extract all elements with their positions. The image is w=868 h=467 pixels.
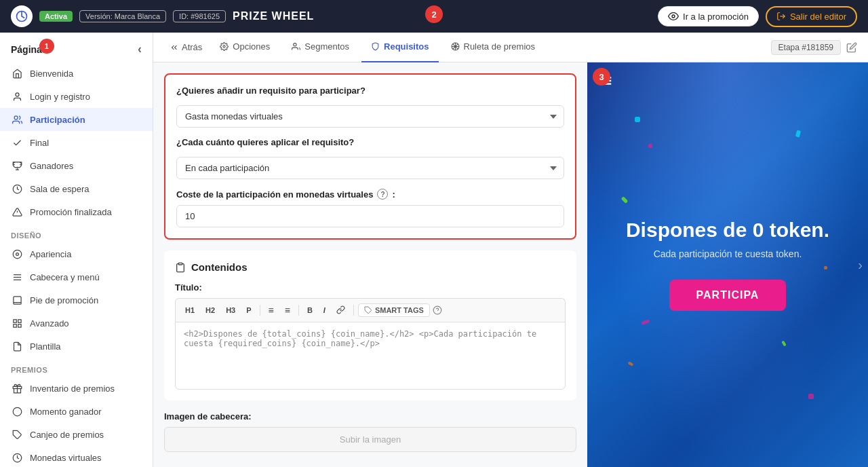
coste-label: Coste de la participación en monedas vir… [176,189,564,200]
sidebar-collapse-button[interactable]: ‹ [138,42,142,56]
req-select2[interactable]: En cada participación Solo una vez [176,157,564,179]
sidebar-label: Avanzado [30,318,69,329]
h1-button[interactable]: H1 [181,304,199,316]
right-panel: Atrás Opciones Segmentos Requisitos Rule… [153,33,868,467]
id-badge: ID: #981625 [173,10,226,22]
sidebar-section-premios: Premios [0,358,153,377]
req-question1: ¿Quieres añadir un requisito para partic… [176,86,564,96]
editor-content-area[interactable]: <h2>Dispones de {total_coins} {coin_name… [175,322,566,390]
sidebar-item-inventario[interactable]: Inventario de premios [0,377,153,400]
sidebar-item-avanzado[interactable]: Avanzado [0,312,153,335]
sidebar-item-cabecera[interactable]: Cabecera y menú [0,265,153,288]
users-icon [11,113,23,126]
req-select2-wrap: En cada participación Solo una vez [176,157,564,179]
tab-ruleta[interactable]: Ruleta de premios [441,33,545,62]
sidebar-label: Plantilla [30,341,61,352]
back-chevrons-icon [170,43,179,52]
sidebar-label: Bienvenida [30,69,73,79]
sidebar-label: Pie de promoción [30,295,98,305]
sidebar-item-login[interactable]: Login y registro [0,85,153,108]
footer-icon [11,294,23,306]
sidebar-item-final[interactable]: Final [0,131,153,154]
sidebar-label: Monedas virtuales [30,453,102,463]
upload-image-button[interactable]: Subir la imagen [164,427,576,452]
trophy-icon [11,160,23,172]
sidebar-item-ganadores[interactable]: Ganadores [0,154,153,177]
preview-button[interactable]: Ir a la promoción [658,6,759,26]
svg-point-1 [672,15,675,18]
sidebar-item-apariencia[interactable]: Apariencia [0,242,153,265]
req-select1[interactable]: Gasta monedas virtuales Sin requisito Co… [176,105,564,128]
sidebar-item-promo-finalizada[interactable]: Promoción finalizada [0,200,153,223]
back-button[interactable]: Atrás [164,42,208,52]
preview-content: Dispones de 0 token. Cada participación … [612,205,843,324]
preview-title: Dispones de 0 token. [626,219,829,242]
wheel-icon [451,42,460,51]
svg-point-9 [16,253,18,255]
sidebar-label: Ganadores [30,161,73,171]
toolbar-separator [298,305,299,316]
gift-icon [11,382,23,394]
contents-box: Contenidos Título: H1 H2 H3 P ≡ ≡ B I [164,250,576,400]
svg-point-4 [14,115,18,119]
menu-icon-wrap: 3 [598,73,613,92]
sidebar-item-bienvenida[interactable]: Bienvenida [0,62,153,85]
sidebar-item-monedas[interactable]: Monedas virtuales [0,446,153,467]
svg-point-24 [294,43,296,46]
h2-button[interactable]: H2 [201,304,219,316]
sidebar-item-canjeo[interactable]: Canjeo de premios [0,423,153,446]
h3-button[interactable]: H3 [222,304,239,316]
sidebar-item-participacion[interactable]: Participación [0,108,153,131]
sidebar-item-momento-ganador[interactable]: Momento ganador [0,400,153,423]
participate-button[interactable]: PARTICIPA [669,280,787,311]
active-badge: Activa [39,11,73,22]
sidebar: Páginas 1 ‹ Bienvenida Login y registro [0,33,153,467]
sidebar-item-pie[interactable]: Pie de promoción [0,288,153,312]
svg-point-8 [13,250,22,259]
menu-icon [11,271,23,283]
tab-opciones[interactable]: Opciones [210,33,279,62]
svg-rect-16 [18,319,20,322]
tab-label: Ruleta de premios [464,41,536,52]
topbar-actions: Ir a la promoción Salir del editor [658,6,857,27]
sidebar-label: Participación [30,115,85,125]
unordered-list-button[interactable]: ≡ [281,303,294,318]
home-icon [11,67,23,79]
sidebar-label: Cabecera y menú [30,272,100,282]
sidebar-item-plantilla[interactable]: Plantilla [0,335,153,358]
sidebar-item-sala-espera[interactable]: Sala de espera [0,177,153,200]
sidebar-label: Sala de espera [30,184,89,194]
scroll-right-arrow[interactable]: › [858,257,863,273]
preview-menu-button[interactable]: 3 [598,73,613,92]
tab-requisitos[interactable]: Requisitos [361,33,438,62]
req-question2: ¿Cada cuánto quieres aplicar el requisit… [176,137,564,147]
help-circle-icon[interactable] [433,305,442,315]
svg-point-20 [13,407,22,416]
sidebar-section-diseno: Diseño [0,223,153,242]
exit-editor-button[interactable]: Salir del editor [766,6,857,27]
svg-rect-13 [13,296,20,303]
requisitos-icon [371,42,380,51]
help-icon[interactable]: ? [377,189,388,200]
alert-icon [11,206,23,218]
coin-icon [11,451,23,464]
exit-icon [776,12,786,21]
ordered-list-button[interactable]: ≡ [264,303,278,318]
tab-segmentos[interactable]: Segmentos [282,33,359,62]
link-button[interactable] [332,303,349,318]
bold-button[interactable]: B [303,304,317,316]
edit-icon[interactable] [846,42,857,53]
coste-input[interactable] [176,205,564,227]
imagen-section: Imagen de cabecera: Subir la imagen [164,411,576,452]
main-layout: Páginas 1 ‹ Bienvenida Login y registro [0,33,868,467]
back-label: Atrás [182,42,202,52]
smart-tags-label: SMART TAGS [375,306,424,314]
italic-button[interactable]: I [319,304,330,316]
p-button[interactable]: P [242,304,255,316]
clipboard-icon [175,262,186,273]
clock-icon [11,183,23,195]
user-icon [11,90,23,102]
smart-tags-button[interactable]: SMART TAGS [358,303,430,317]
svg-point-3 [16,92,19,96]
version-badge: Versión: Marca Blanca [79,10,166,22]
